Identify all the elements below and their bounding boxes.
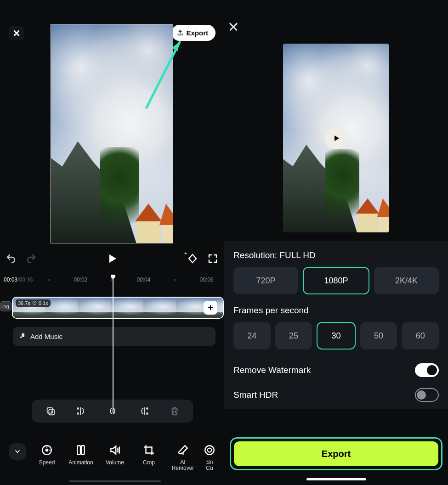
remove-watermark-toggle[interactable] [415, 363, 439, 377]
tool-label: Volume [106, 459, 124, 466]
export-pill-button[interactable]: Export [171, 25, 215, 41]
nav-scroll-indicator [69, 480, 161, 482]
fps-option-24[interactable]: 24 [233, 322, 271, 350]
redo-button[interactable] [26, 253, 37, 264]
resolution-option-720p[interactable]: 720P [233, 267, 298, 294]
video-clip[interactable]: 36.7s 0.1x + [12, 297, 224, 319]
playback-bar: + [6, 250, 218, 267]
export-button-highlight: Export [230, 437, 442, 470]
close-icon [14, 30, 20, 36]
animation-icon [74, 444, 87, 457]
speed-clock-icon [32, 300, 37, 306]
ruler-mark: 00:06 [199, 276, 213, 283]
trim-left-button[interactable] [75, 406, 87, 416]
fps-options: 24 25 30 50 60 [233, 322, 439, 350]
svg-point-14 [205, 446, 214, 455]
add-music-button[interactable]: Add Music [13, 327, 215, 346]
svg-rect-11 [77, 446, 80, 455]
add-music-label: Add Music [30, 333, 62, 340]
time-total: /00:36 [17, 276, 33, 283]
undo-button[interactable] [6, 253, 17, 264]
delete-button[interactable] [169, 406, 181, 416]
svg-point-8 [147, 413, 148, 414]
fullscreen-button[interactable] [207, 253, 218, 264]
export-button[interactable]: Export [234, 441, 438, 466]
resolution-option-1080p[interactable]: 1080P [303, 267, 369, 294]
home-indicator [306, 478, 366, 480]
play-button[interactable] [107, 253, 118, 264]
export-settings: Resolution: FULL HD 720P 1080P 2K/4K Fra… [224, 241, 448, 409]
ruler-mark: 00:04 [136, 276, 150, 283]
preview-play-button[interactable] [325, 127, 347, 149]
resolution-option-2k4k[interactable]: 2K/4K [374, 267, 439, 294]
export-preview [283, 44, 389, 232]
close-button[interactable] [9, 26, 24, 40]
speed-icon [40, 444, 53, 457]
fps-option-50[interactable]: 50 [360, 322, 397, 350]
fps-option-25[interactable]: 25 [275, 322, 312, 350]
resolution-options: 720P 1080P 2K/4K [233, 267, 439, 294]
eraser-icon: AI [176, 444, 189, 457]
smart-hdr-toggle[interactable] [415, 388, 439, 402]
trim-right-button[interactable] [138, 406, 150, 416]
time-current: 00:03 [4, 276, 17, 283]
tool-ai-remover[interactable]: AI AI Remover [168, 444, 198, 471]
clip-tag[interactable]: ing [0, 301, 11, 311]
editor-panel: Export + [0, 0, 224, 485]
tool-crop[interactable]: Crop [134, 444, 164, 471]
svg-point-5 [78, 408, 79, 409]
tool-label: Sn Cu [206, 459, 213, 471]
export-panel: Resolution: FULL HD 720P 1080P 2K/4K Fra… [224, 0, 448, 485]
svg-rect-12 [81, 446, 85, 455]
svg-text:AI: AI [181, 451, 184, 456]
tool-label: Speed [39, 459, 55, 466]
fps-option-30[interactable]: 30 [317, 322, 356, 350]
upload-icon [177, 30, 183, 36]
fps-label: Frames per second [233, 305, 439, 316]
resolution-label: Resolution: FULL HD [233, 250, 439, 260]
tool-smart-cut[interactable]: Sn Cu [202, 444, 217, 471]
export-pill-label: Export [186, 29, 208, 37]
smart-cut-icon [203, 444, 216, 457]
video-preview[interactable] [51, 24, 173, 243]
clip-info-badge: 36.7s 0.1x [16, 299, 51, 307]
duplicate-button[interactable] [45, 406, 57, 416]
nav-collapse-button[interactable] [9, 443, 26, 460]
svg-point-15 [208, 448, 212, 452]
svg-point-7 [147, 408, 148, 409]
tool-label: AI Remover [172, 459, 194, 471]
tool-label: Animation [68, 459, 93, 466]
crop-icon [142, 444, 155, 457]
remove-watermark-row: Remove Watermark [233, 360, 439, 381]
tool-animation[interactable]: Animation [66, 444, 96, 471]
playhead[interactable] [113, 276, 113, 413]
remove-watermark-label: Remove Watermark [233, 365, 311, 375]
ruler-dot [48, 279, 50, 281]
svg-point-10 [46, 449, 48, 451]
music-note-icon [19, 333, 26, 340]
fps-option-60[interactable]: 60 [402, 322, 439, 350]
volume-icon [108, 444, 121, 457]
smart-hdr-row: Smart HDR [233, 384, 439, 406]
smart-hdr-label: Smart HDR [233, 390, 278, 400]
svg-point-6 [78, 413, 79, 414]
tool-volume[interactable]: Volume [100, 444, 130, 471]
tool-label: Crop [143, 459, 155, 466]
ruler-mark: 00:02 [74, 276, 87, 283]
bottom-tool-nav: Speed Animation Volume Crop [0, 432, 224, 483]
add-clip-button[interactable]: + [204, 301, 217, 315]
preview-frame [51, 24, 173, 243]
tool-speed[interactable]: Speed [32, 444, 62, 471]
ruler-dot [174, 279, 176, 281]
add-keyframe-button[interactable]: + [187, 253, 198, 264]
